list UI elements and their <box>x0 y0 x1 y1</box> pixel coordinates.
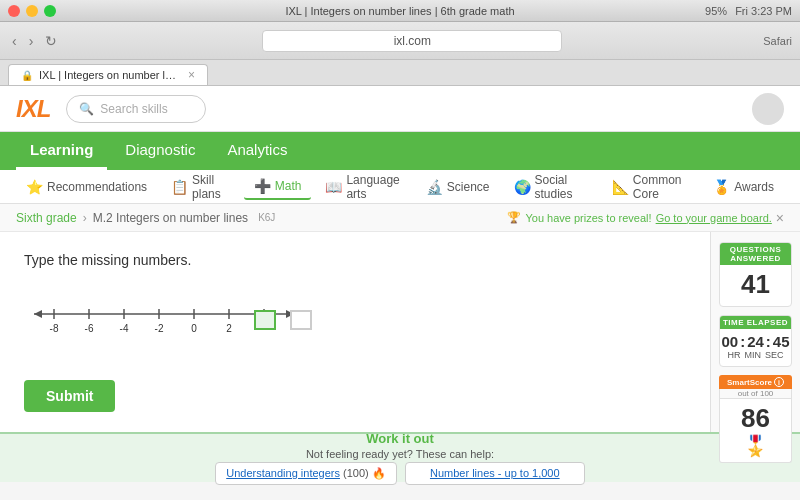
number-line-container: -8 -6 -4 -2 0 2 <box>24 284 686 354</box>
min-label: MIN <box>744 350 761 360</box>
help-card-number-lines-link[interactable]: Number lines - up to 1,000 <box>430 467 560 479</box>
common-core-icon: 📐 <box>612 179 629 195</box>
tab-close[interactable]: × <box>188 68 195 82</box>
ixl-header: IXL 🔍 Search skills <box>0 86 800 132</box>
prize-notice: 🏆 You have prizes to reveal! Go to your … <box>507 210 784 226</box>
window-controls[interactable] <box>8 5 56 17</box>
breadcrumb-topic: M.2 Integers on number lines <box>93 211 248 225</box>
ixl-page: IXL 🔍 Search skills Learning Diagnostic … <box>0 86 800 482</box>
prize-text: You have prizes to reveal! <box>525 212 651 224</box>
subnav-science[interactable]: 🔬 Science <box>416 175 500 199</box>
social-studies-icon: 🌍 <box>514 179 531 195</box>
input-wrapper-1 <box>254 310 276 330</box>
minimize-button[interactable] <box>26 5 38 17</box>
math-icon: ➕ <box>254 178 271 194</box>
svg-text:-2: -2 <box>155 323 164 334</box>
help-card-integers[interactable]: Understanding integers (100) 🔥 <box>215 462 397 485</box>
side-panel: Questions answered 41 Time elapsed 00 : … <box>710 232 800 432</box>
sub-nav: ⭐ Recommendations 📋 Skill plans ➕ Math 📖… <box>0 170 800 204</box>
browser-nav[interactable]: ‹ › ↻ <box>8 31 61 51</box>
ixl-logo: IXL <box>16 95 50 123</box>
smartscore-value: 86 <box>724 403 787 434</box>
sec-label: SEC <box>765 350 784 360</box>
smartscore-box: SmartScore i out of 100 86 🎖️ <box>719 375 792 463</box>
subnav-awards[interactable]: 🏅 Awards <box>703 175 784 199</box>
submit-button[interactable]: Submit <box>24 380 115 412</box>
search-placeholder: Search skills <box>100 102 167 116</box>
battery-status: 95% <box>705 5 727 17</box>
url-bar[interactable]: ixl.com <box>262 30 562 52</box>
help-card-number-lines[interactable]: Number lines - up to 1,000 <box>405 462 585 485</box>
search-icon: 🔍 <box>79 102 94 116</box>
help-cards: Understanding integers (100) 🔥 Number li… <box>215 462 585 485</box>
time-colon-2: : <box>766 333 771 350</box>
prize-close-button[interactable]: × <box>776 210 784 226</box>
header-right <box>752 93 784 125</box>
language-arts-icon: 📖 <box>325 179 342 195</box>
main-area: Type the missing numbers. -8 -6 <box>0 232 800 432</box>
svg-text:2: 2 <box>226 323 232 334</box>
subnav-skill-plans[interactable]: 📋 Skill plans <box>161 169 240 205</box>
nav-analytics[interactable]: Analytics <box>213 132 301 170</box>
url-text: ixl.com <box>394 34 431 48</box>
browser-right: Safari <box>763 35 792 47</box>
nav-bar: Learning Diagnostic Analytics <box>0 132 800 170</box>
breadcrumb-bar: Sixth grade › M.2 Integers on number lin… <box>0 204 800 232</box>
breadcrumb-sixth-grade[interactable]: Sixth grade <box>16 211 77 225</box>
search-bar[interactable]: 🔍 Search skills <box>66 95 206 123</box>
subnav-recommendations[interactable]: ⭐ Recommendations <box>16 175 157 199</box>
forward-button[interactable]: › <box>25 31 38 51</box>
svg-text:-8: -8 <box>50 323 59 334</box>
avatar[interactable] <box>752 93 784 125</box>
safari-label: Safari <box>763 35 792 47</box>
subnav-social-studies[interactable]: 🌍 Social studies <box>504 169 598 205</box>
smartscore-header: SmartScore i <box>719 375 792 389</box>
skill-plans-icon: 📋 <box>171 179 188 195</box>
missing-number-input-2[interactable] <box>290 310 312 330</box>
time-display: Fri 3:23 PM <box>735 5 792 17</box>
svg-text:-4: -4 <box>120 323 129 334</box>
nav-diagnostic[interactable]: Diagnostic <box>111 132 209 170</box>
time-elapsed-header: Time elapsed <box>720 316 791 329</box>
nav-learning[interactable]: Learning <box>16 132 107 170</box>
breadcrumb: Sixth grade › M.2 Integers on number lin… <box>16 211 275 225</box>
tab-title: IXL | Integers on number lines | 6th gra… <box>39 69 178 81</box>
svg-text:-6: -6 <box>85 323 94 334</box>
trophy-icon: 🏆 <box>507 211 521 224</box>
questions-answered-box: Questions answered 41 <box>719 242 792 307</box>
time-display: 00 : 24 : 45 <box>724 333 787 350</box>
subnav-math[interactable]: ➕ Math <box>244 174 312 200</box>
work-it-out-link[interactable]: Work it out <box>366 431 434 446</box>
tab-bar: 🔒 IXL | Integers on number lines | 6th g… <box>0 60 800 86</box>
hr-label: HR <box>727 350 740 360</box>
subnav-common-core[interactable]: 📐 Common Core <box>602 169 699 205</box>
subnav-language-arts[interactable]: 📖 Language arts <box>315 169 411 205</box>
questions-answered-header: Questions answered <box>720 243 791 265</box>
browser-tab[interactable]: 🔒 IXL | Integers on number lines | 6th g… <box>8 64 208 85</box>
smartscore-value-container: 86 🎖️ <box>719 399 792 463</box>
breadcrumb-code: K6J <box>258 212 275 223</box>
smartscore-info-icon[interactable]: i <box>774 377 784 387</box>
science-icon: 🔬 <box>426 179 443 195</box>
breadcrumb-separator: › <box>83 211 87 225</box>
help-card-integers-link[interactable]: Understanding integers <box>226 467 340 479</box>
time-min: 24 <box>747 333 764 350</box>
time-labels: HR MIN SEC <box>724 350 787 360</box>
awards-icon: 🏅 <box>713 179 730 195</box>
maximize-button[interactable] <box>44 5 56 17</box>
browser-chrome: ‹ › ↻ ixl.com Safari <box>0 22 800 60</box>
input-area <box>254 310 312 330</box>
close-button[interactable] <box>8 5 20 17</box>
question-prompt: Type the missing numbers. <box>24 252 686 268</box>
input-wrapper-2 <box>290 310 312 330</box>
svg-text:0: 0 <box>191 323 197 334</box>
missing-number-input-1[interactable] <box>254 310 276 330</box>
recommendations-icon: ⭐ <box>26 179 43 195</box>
reload-button[interactable]: ↻ <box>41 31 61 51</box>
title-bar: IXL | Integers on number lines | 6th gra… <box>0 0 800 22</box>
back-button[interactable]: ‹ <box>8 31 21 51</box>
prize-link[interactable]: Go to your game board. <box>656 212 772 224</box>
question-area: Type the missing numbers. -8 -6 <box>0 232 710 432</box>
time-elapsed-box: Time elapsed 00 : 24 : 45 HR MIN SEC <box>719 315 792 367</box>
bottom-bar: Work it out Not feeling ready yet? These… <box>0 432 800 482</box>
